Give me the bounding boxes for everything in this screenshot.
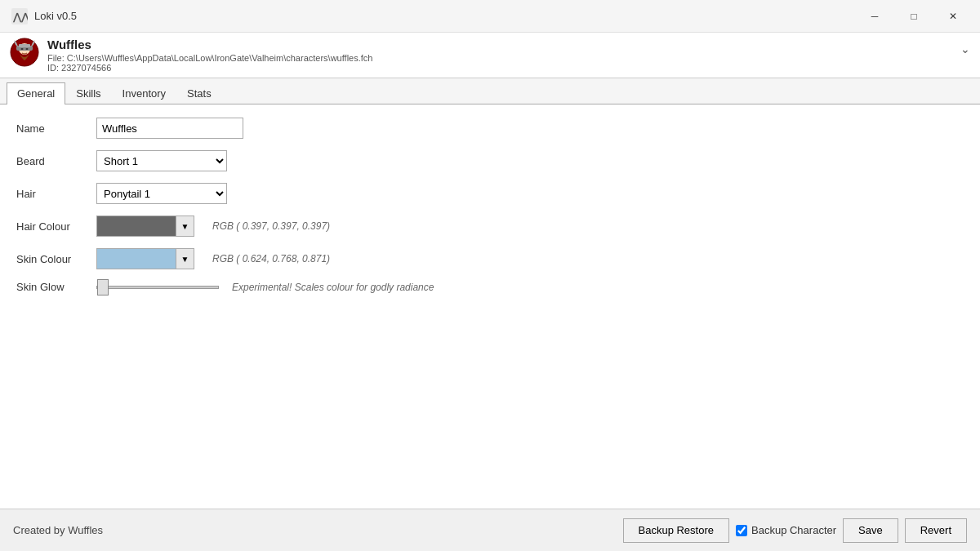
hair-row: Hair Ponytail 1 Ponytail 2 Short 1 Short…: [16, 183, 964, 204]
character-info: Wuffles File: C:\Users\Wuffles\AppData\L…: [47, 38, 970, 73]
svg-text:⋀⋀: ⋀⋀: [12, 11, 28, 23]
save-button[interactable]: Save: [843, 518, 898, 543]
created-by-label: Created by Wuffles: [13, 524, 103, 536]
footer-buttons: Backup Restore Backup Character Save Rev…: [623, 518, 968, 543]
svg-point-7: [26, 48, 29, 50]
beard-row: Beard Short 1 Short 2 Long 1 Long 2 None: [16, 150, 964, 171]
hair-colour-label: Hair Colour: [16, 220, 90, 233]
backup-character-checkbox[interactable]: [736, 525, 747, 536]
tab-general[interactable]: General: [7, 82, 65, 104]
skin-colour-row: Skin Colour ▼ RGB ( 0.624, 0.768, 0.871): [16, 248, 964, 269]
close-button[interactable]: ✕: [934, 3, 972, 29]
skin-glow-row: Skin Glow Experimental! Scales colour fo…: [16, 281, 964, 293]
character-file-path: File: C:\Users\Wuffles\AppData\LocalLow\…: [47, 53, 970, 63]
name-label: Name: [16, 122, 90, 135]
svg-point-6: [21, 48, 24, 50]
svg-rect-5: [19, 44, 30, 47]
maximize-button[interactable]: □: [895, 3, 933, 29]
minimize-button[interactable]: ─: [856, 3, 893, 29]
character-avatar: [10, 38, 39, 67]
app-title: Loki v0.5: [34, 10, 77, 22]
titlebar-left: ⋀⋀ Loki v0.5: [11, 8, 77, 24]
hair-colour-picker[interactable]: ▼: [96, 216, 194, 237]
name-input[interactable]: [96, 118, 243, 139]
main-content: General Skills Inventory Stats Name Bear…: [0, 78, 980, 509]
footer: Created by Wuffles Backup Restore Backup…: [0, 509, 980, 551]
skin-glow-slider[interactable]: [96, 286, 219, 289]
skin-glow-label: Skin Glow: [16, 281, 90, 293]
character-id: ID: 2327074566: [47, 63, 970, 73]
hair-colour-value: RGB ( 0.397, 0.397, 0.397): [212, 220, 330, 232]
beard-label: Beard: [16, 155, 90, 167]
titlebar: ⋀⋀ Loki v0.5 ─ □ ✕: [0, 0, 980, 33]
backup-character-label: Backup Character: [751, 524, 836, 536]
window-controls: ─ □ ✕: [856, 3, 972, 29]
tab-skills[interactable]: Skills: [65, 82, 111, 104]
tab-bar: General Skills Inventory Stats: [0, 78, 980, 104]
skin-colour-value: RGB ( 0.624, 0.768, 0.871): [212, 253, 330, 264]
tab-inventory[interactable]: Inventory: [112, 82, 176, 104]
skin-colour-picker[interactable]: ▼: [96, 248, 194, 269]
backup-character-wrapper[interactable]: Backup Character: [736, 524, 836, 536]
backup-restore-button[interactable]: Backup Restore: [623, 518, 730, 543]
hair-select[interactable]: Ponytail 1 Ponytail 2 Short 1 Short 2 No…: [96, 183, 227, 204]
character-name: Wuffles: [47, 38, 970, 51]
app-icon: ⋀⋀: [11, 8, 28, 24]
skin-colour-dropdown-btn[interactable]: ▼: [176, 249, 194, 269]
skin-colour-label: Skin Colour: [16, 253, 90, 265]
name-row: Name: [16, 118, 964, 139]
character-header: Wuffles File: C:\Users\Wuffles\AppData\L…: [0, 33, 980, 78]
beard-select[interactable]: Short 1 Short 2 Long 1 Long 2 None: [96, 150, 227, 171]
skin-glow-slider-wrapper: [96, 286, 219, 289]
revert-button[interactable]: Revert: [905, 518, 967, 543]
hair-colour-dropdown-btn[interactable]: ▼: [176, 216, 194, 236]
collapse-chevron-icon[interactable]: ⌄: [960, 42, 970, 56]
tab-stats[interactable]: Stats: [176, 82, 222, 104]
general-tab-content: Name Beard Short 1 Short 2 Long 1 Long 2…: [0, 104, 980, 509]
hair-label: Hair: [16, 188, 90, 200]
hair-colour-row: Hair Colour ▼ RGB ( 0.397, 0.397, 0.397): [16, 216, 964, 237]
skin-glow-note: Experimental! Scales colour for godly ra…: [232, 282, 434, 293]
